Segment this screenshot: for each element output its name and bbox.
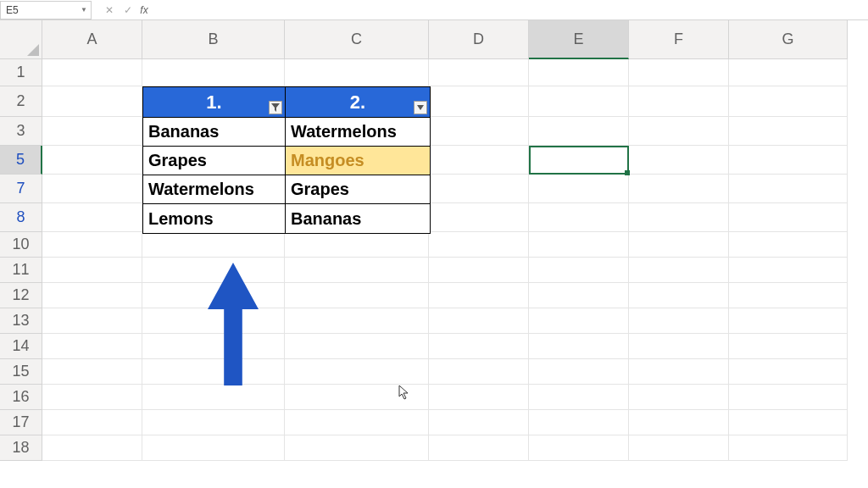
table-cell[interactable]: Lemons	[143, 204, 286, 233]
cell[interactable]	[42, 59, 142, 86]
cell[interactable]	[729, 334, 848, 359]
cell[interactable]	[629, 359, 729, 385]
table-header[interactable]: 2.	[286, 87, 430, 118]
cell[interactable]	[729, 410, 848, 435]
cell[interactable]	[629, 410, 729, 435]
cell[interactable]	[629, 258, 729, 283]
cancel-button[interactable]: ✕	[100, 1, 119, 19]
row-header-16[interactable]: 16	[0, 385, 42, 410]
cell[interactable]	[729, 175, 848, 203]
filter-button[interactable]	[269, 101, 282, 114]
cell[interactable]	[629, 175, 729, 203]
cell[interactable]	[629, 117, 729, 146]
cell[interactable]	[42, 175, 142, 203]
cell[interactable]	[429, 146, 529, 175]
cell[interactable]	[429, 308, 529, 334]
filter-button[interactable]	[414, 101, 427, 114]
cell[interactable]	[629, 308, 729, 334]
cell[interactable]	[142, 359, 285, 385]
cell[interactable]	[285, 334, 429, 359]
cell[interactable]	[529, 258, 629, 283]
cell[interactable]	[429, 232, 529, 258]
cell[interactable]	[729, 359, 848, 385]
cell[interactable]	[42, 435, 142, 461]
cell[interactable]	[429, 59, 529, 86]
column-header-e[interactable]: E	[529, 20, 629, 59]
cell[interactable]	[729, 258, 848, 283]
cell[interactable]	[429, 435, 529, 461]
cell[interactable]	[142, 258, 285, 283]
cell[interactable]	[729, 59, 848, 86]
column-header-a[interactable]: A	[42, 20, 142, 59]
cell[interactable]	[629, 385, 729, 410]
cell[interactable]	[42, 308, 142, 334]
cell[interactable]	[729, 146, 848, 175]
row-header-3[interactable]: 3	[0, 117, 42, 146]
cell[interactable]	[142, 410, 285, 435]
cell[interactable]	[729, 117, 848, 146]
cell[interactable]	[285, 359, 429, 385]
cell[interactable]	[629, 59, 729, 86]
cell[interactable]	[429, 86, 529, 117]
cell[interactable]	[142, 308, 285, 334]
cell[interactable]	[42, 232, 142, 258]
table-cell[interactable]: Bananas	[286, 204, 430, 233]
cell[interactable]	[429, 203, 529, 232]
enter-button[interactable]: ✓	[119, 1, 137, 19]
cell[interactable]	[429, 410, 529, 435]
cell[interactable]	[529, 308, 629, 334]
cell[interactable]	[142, 334, 285, 359]
cell[interactable]	[42, 86, 142, 117]
cell[interactable]	[529, 117, 629, 146]
cell[interactable]	[629, 86, 729, 117]
cell[interactable]	[729, 232, 848, 258]
table-header[interactable]: 1.	[143, 87, 286, 118]
cell[interactable]	[42, 117, 142, 146]
row-header-2[interactable]: 2	[0, 86, 42, 117]
cell[interactable]	[42, 203, 142, 232]
table-cell[interactable]: Watermelons	[286, 118, 430, 147]
row-header-13[interactable]: 13	[0, 308, 42, 334]
column-header-d[interactable]: D	[429, 20, 529, 59]
cell[interactable]	[285, 308, 429, 334]
cell[interactable]	[529, 203, 629, 232]
cell[interactable]	[529, 359, 629, 385]
cell[interactable]	[429, 334, 529, 359]
row-header-12[interactable]: 12	[0, 283, 42, 308]
cell[interactable]	[529, 334, 629, 359]
cell[interactable]	[629, 334, 729, 359]
cell[interactable]	[529, 59, 629, 86]
cell[interactable]	[729, 86, 848, 117]
cell[interactable]	[285, 232, 429, 258]
row-header-7[interactable]: 7	[0, 175, 42, 203]
select-all-button[interactable]	[0, 20, 42, 59]
cells-area[interactable]: 1.2.BananasWatermelonsGrapesMangoesWater…	[42, 59, 868, 488]
cell[interactable]	[529, 410, 629, 435]
cell[interactable]	[42, 410, 142, 435]
table-cell[interactable]: Grapes	[286, 175, 430, 204]
cell[interactable]	[285, 385, 429, 410]
row-header-18[interactable]: 18	[0, 435, 42, 461]
cell[interactable]	[285, 59, 429, 86]
cell[interactable]	[529, 435, 629, 461]
cell[interactable]	[429, 385, 529, 410]
table-cell[interactable]: Bananas	[143, 118, 286, 147]
cell[interactable]	[629, 283, 729, 308]
cell[interactable]	[529, 232, 629, 258]
cell[interactable]	[529, 86, 629, 117]
table-cell[interactable]: Grapes	[143, 147, 286, 175]
cell[interactable]	[629, 203, 729, 232]
cell[interactable]	[142, 385, 285, 410]
row-header-8[interactable]: 8	[0, 203, 42, 232]
cell[interactable]	[629, 435, 729, 461]
cell[interactable]	[529, 175, 629, 203]
column-header-f[interactable]: F	[629, 20, 729, 59]
cell[interactable]	[142, 59, 285, 86]
cell[interactable]	[42, 359, 142, 385]
row-header-15[interactable]: 15	[0, 359, 42, 385]
cell[interactable]	[42, 283, 142, 308]
cell[interactable]	[429, 117, 529, 146]
cell[interactable]	[429, 283, 529, 308]
cell[interactable]	[729, 308, 848, 334]
column-header-c[interactable]: C	[285, 20, 429, 59]
